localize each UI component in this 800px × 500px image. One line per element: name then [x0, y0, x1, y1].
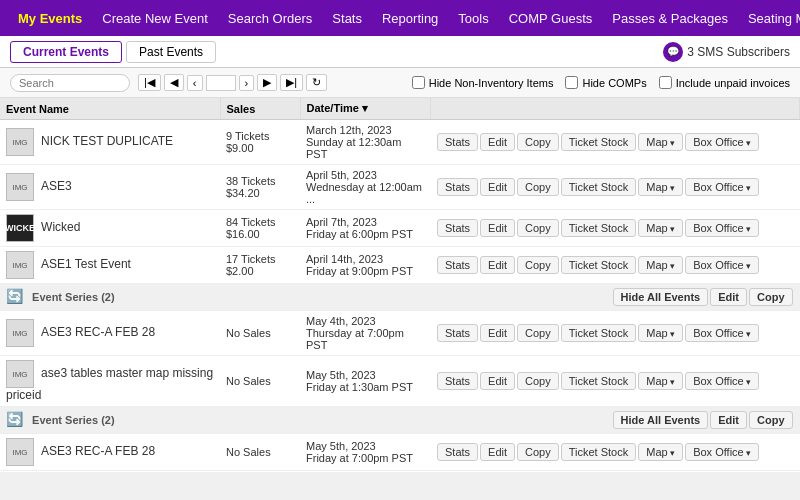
- table-row: IMG NICK TEST DUPLICATE 9 Tickets$9.00Ma…: [0, 120, 800, 165]
- hide-non-inventory-checkbox[interactable]: [412, 76, 425, 89]
- series-name: Event Series (2): [32, 414, 115, 426]
- action-map-button[interactable]: Map: [638, 133, 683, 151]
- nav-my-events[interactable]: My Events: [8, 3, 92, 34]
- action-edit-button[interactable]: Edit: [480, 178, 515, 196]
- nav-seating-maps[interactable]: Seating Maps: [738, 3, 800, 34]
- action-stats-button[interactable]: Stats: [437, 219, 478, 237]
- actions-cell: StatsEditCopyTicket StockMapBox Office: [430, 210, 800, 247]
- table-row: IMG ASE3 REC-A FEB 28 No SalesMay 4th, 2…: [0, 311, 800, 356]
- sales-cell: 43 Tickets$292.75: [220, 471, 300, 473]
- table-row: IMG ASE3 38 Tickets$34.20April 5th, 2023…: [0, 165, 800, 210]
- event-date: March 12th, 2023: [306, 124, 392, 136]
- action-map-button[interactable]: Map: [638, 256, 683, 274]
- include-unpaid-check[interactable]: Include unpaid invoices: [659, 76, 790, 89]
- event-time: Friday at 6:00pm PST: [306, 228, 413, 240]
- prev-button[interactable]: ‹: [187, 75, 203, 91]
- action-box-office-button[interactable]: Box Office: [685, 256, 759, 274]
- action-copy-button[interactable]: Copy: [517, 133, 559, 151]
- tab-past-events[interactable]: Past Events: [126, 41, 216, 63]
- action-copy-button[interactable]: Copy: [517, 219, 559, 237]
- col-header-date[interactable]: Date/Time ▾: [300, 98, 430, 120]
- series-action-hide-all-events[interactable]: Hide All Events: [613, 411, 709, 429]
- next-button[interactable]: ›: [239, 75, 255, 91]
- event-name[interactable]: ase3 tables master map missing priceid: [6, 366, 213, 402]
- action-map-button[interactable]: Map: [638, 178, 683, 196]
- nav-comp-guests[interactable]: COMP Guests: [499, 3, 603, 34]
- action-map-button[interactable]: Map: [638, 372, 683, 390]
- action-copy-button[interactable]: Copy: [517, 256, 559, 274]
- action-box-office-button[interactable]: Box Office: [685, 178, 759, 196]
- action-stats-button[interactable]: Stats: [437, 178, 478, 196]
- action-ticket-stock-button[interactable]: Ticket Stock: [561, 443, 637, 461]
- nav-reporting[interactable]: Reporting: [372, 3, 448, 34]
- action-copy-button[interactable]: Copy: [517, 178, 559, 196]
- event-name[interactable]: NICK TEST DUPLICATE: [41, 134, 173, 148]
- action-map-button[interactable]: Map: [638, 219, 683, 237]
- event-icon: IMG: [6, 360, 34, 388]
- event-name[interactable]: Wicked: [41, 220, 80, 234]
- date-cell: April 5th, 2023Wednesday at 12:00am ...: [300, 165, 430, 210]
- nav-search-orders[interactable]: Search Orders: [218, 3, 323, 34]
- action-edit-button[interactable]: Edit: [480, 443, 515, 461]
- action-edit-button[interactable]: Edit: [480, 256, 515, 274]
- include-unpaid-checkbox[interactable]: [659, 76, 672, 89]
- events-table-container: Event Name Sales Date/Time ▾ IMG NICK TE…: [0, 98, 800, 472]
- action-stats-button[interactable]: Stats: [437, 443, 478, 461]
- action-ticket-stock-button[interactable]: Ticket Stock: [561, 324, 637, 342]
- action-stats-button[interactable]: Stats: [437, 133, 478, 151]
- action-ticket-stock-button[interactable]: Ticket Stock: [561, 372, 637, 390]
- refresh-button[interactable]: ↻: [306, 74, 327, 91]
- event-name[interactable]: ASE1 Test Event: [41, 257, 131, 271]
- action-copy-button[interactable]: Copy: [517, 372, 559, 390]
- action-copy-button[interactable]: Copy: [517, 443, 559, 461]
- first-page-button[interactable]: |◀: [138, 74, 161, 91]
- action-box-office-button[interactable]: Box Office: [685, 324, 759, 342]
- action-map-button[interactable]: Map: [638, 443, 683, 461]
- prev-page-button[interactable]: ◀: [164, 74, 184, 91]
- action-ticket-stock-button[interactable]: Ticket Stock: [561, 256, 637, 274]
- action-ticket-stock-button[interactable]: Ticket Stock: [561, 133, 637, 151]
- next-page-button[interactable]: ▶: [257, 74, 277, 91]
- nav-create-new-event[interactable]: Create New Event: [92, 3, 218, 34]
- series-action-edit[interactable]: Edit: [710, 288, 747, 306]
- action-box-office-button[interactable]: Box Office: [685, 372, 759, 390]
- action-box-office-button[interactable]: Box Office: [685, 219, 759, 237]
- series-action-edit[interactable]: Edit: [710, 411, 747, 429]
- action-map-button[interactable]: Map: [638, 324, 683, 342]
- series-action-hide-all-events[interactable]: Hide All Events: [613, 288, 709, 306]
- action-stats-button[interactable]: Stats: [437, 324, 478, 342]
- sales-cell: No Sales: [220, 356, 300, 407]
- series-action-copy[interactable]: Copy: [749, 288, 793, 306]
- action-box-office-button[interactable]: Box Office: [685, 133, 759, 151]
- tickets-count: 84 Tickets: [226, 216, 276, 228]
- nav-tools[interactable]: Tools: [448, 3, 498, 34]
- nav-passes-packages[interactable]: Passes & Packages: [602, 3, 738, 34]
- event-name[interactable]: ASE3 REC-A FEB 28: [41, 325, 155, 339]
- event-name[interactable]: ASE3: [41, 179, 72, 193]
- toolbar: |◀ ◀ ‹ 1 › ▶ ▶| ↻ Hide Non-Inventory Ite…: [0, 68, 800, 98]
- action-edit-button[interactable]: Edit: [480, 133, 515, 151]
- table-row: IMG ase3 tables master map missing price…: [0, 356, 800, 407]
- action-edit-button[interactable]: Edit: [480, 324, 515, 342]
- nav-stats[interactable]: Stats: [322, 3, 372, 34]
- pagination: |◀ ◀ ‹ 1 › ▶ ▶| ↻: [138, 74, 327, 91]
- series-action-copy[interactable]: Copy: [749, 411, 793, 429]
- action-edit-button[interactable]: Edit: [480, 372, 515, 390]
- tab-current-events[interactable]: Current Events: [10, 41, 122, 63]
- hide-comps-checkbox[interactable]: [565, 76, 578, 89]
- page-number-input[interactable]: 1: [206, 75, 236, 91]
- event-name[interactable]: ASE3 REC-A FEB 28: [41, 444, 155, 458]
- action-stats-button[interactable]: Stats: [437, 372, 478, 390]
- hide-non-inventory-check[interactable]: Hide Non-Inventory Items: [412, 76, 554, 89]
- search-input[interactable]: [10, 74, 130, 92]
- actions-cell: StatsEditCopyTicket StockMapBox Office: [430, 311, 800, 356]
- action-box-office-button[interactable]: Box Office: [685, 443, 759, 461]
- action-copy-button[interactable]: Copy: [517, 324, 559, 342]
- event-icon: IMG: [6, 128, 34, 156]
- action-ticket-stock-button[interactable]: Ticket Stock: [561, 178, 637, 196]
- hide-comps-check[interactable]: Hide COMPs: [565, 76, 646, 89]
- action-ticket-stock-button[interactable]: Ticket Stock: [561, 219, 637, 237]
- action-stats-button[interactable]: Stats: [437, 256, 478, 274]
- action-edit-button[interactable]: Edit: [480, 219, 515, 237]
- last-page-button[interactable]: ▶|: [280, 74, 303, 91]
